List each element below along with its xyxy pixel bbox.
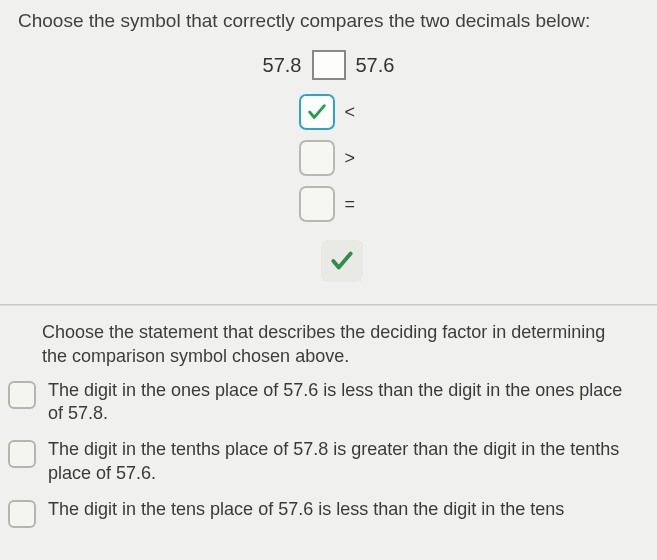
- choice-checkbox-1[interactable]: [8, 381, 36, 409]
- comparison-row: 57.8 57.6: [18, 50, 639, 80]
- choice-ones-place[interactable]: The digit in the ones place of 57.6 is l…: [8, 379, 629, 427]
- choice-checkbox-2[interactable]: [8, 440, 36, 468]
- option-symbol-lt: <: [345, 102, 356, 123]
- choice-text-2: The digit in the tenths place of 57.8 is…: [48, 438, 629, 486]
- option-less-than[interactable]: <: [299, 94, 389, 130]
- check-icon: [306, 101, 328, 123]
- choice-text-3: The digit in the tens place of 57.6 is l…: [48, 498, 564, 522]
- section-divider: [0, 304, 657, 306]
- check-icon: [329, 248, 355, 274]
- choice-tens-place[interactable]: The digit in the tens place of 57.6 is l…: [8, 498, 629, 528]
- option-equal[interactable]: =: [299, 186, 389, 222]
- option-symbol-eq: =: [345, 194, 356, 215]
- choice-text-1: The digit in the ones place of 57.6 is l…: [48, 379, 629, 427]
- question1-prompt: Choose the symbol that correctly compare…: [18, 10, 639, 32]
- left-decimal: 57.8: [263, 54, 302, 77]
- comparison-box: [312, 50, 346, 80]
- option-checkbox-gt[interactable]: [299, 140, 335, 176]
- choice-checkbox-3[interactable]: [8, 500, 36, 528]
- option-checkbox-eq[interactable]: [299, 186, 335, 222]
- question2-prompt: Choose the statement that describes the …: [42, 320, 629, 369]
- choice-tenths-place[interactable]: The digit in the tenths place of 57.8 is…: [8, 438, 629, 486]
- submit-button[interactable]: [321, 240, 363, 282]
- option-checkbox-lt[interactable]: [299, 94, 335, 130]
- right-decimal: 57.6: [356, 54, 395, 77]
- symbol-options: < > =: [18, 94, 639, 282]
- option-symbol-gt: >: [345, 148, 356, 169]
- option-greater-than[interactable]: >: [299, 140, 389, 176]
